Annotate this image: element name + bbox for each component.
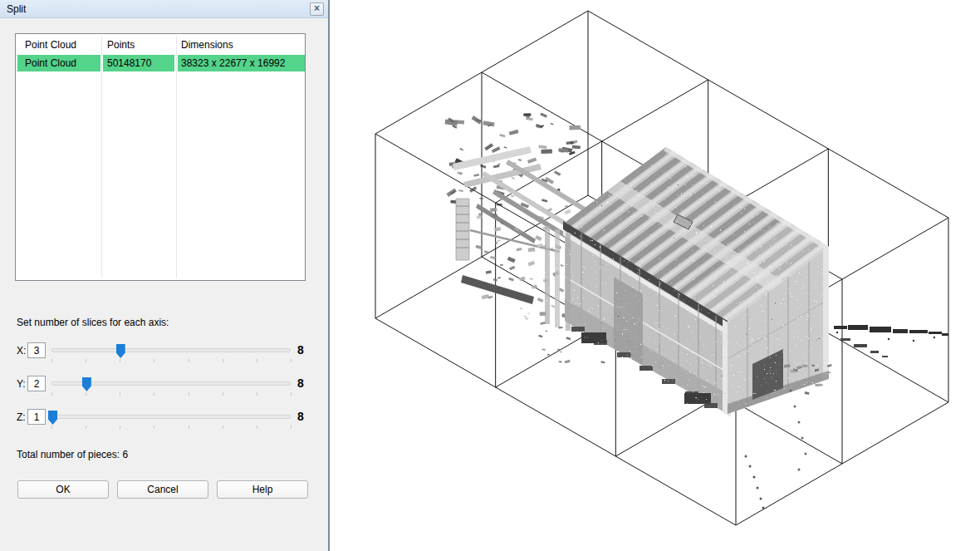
close-button[interactable]: × [310,2,324,16]
help-button[interactable]: Help [217,480,308,499]
dialog-title: Split [7,3,26,15]
slider-tick [154,426,154,429]
y-slider-track[interactable] [51,381,291,386]
cell-point-cloud-name[interactable]: Point Cloud [17,55,100,71]
dialog-content: Point Cloud Points Dimensions Point Clou… [0,18,328,551]
cell-points-count[interactable]: 50148170 [103,55,174,71]
y-slider-ticks [51,392,291,396]
x-slider-ticks [51,359,291,363]
slider-tick [86,359,86,362]
slider-tick [291,392,292,396]
slider-tick [257,426,257,429]
column-header-points[interactable]: Points [103,34,175,54]
column-separator [176,36,177,278]
y-slices-input[interactable] [27,376,46,391]
slider-tick [120,426,120,429]
z-slices-input[interactable] [27,409,46,425]
slider-tick [189,392,189,396]
z-slider-track[interactable] [51,415,291,419]
slider-tick [120,359,120,362]
total-pieces-label: Total number of pieces: 6 [17,449,128,460]
column-header-dimensions[interactable]: Dimensions [178,34,304,54]
slider-tick [86,392,86,396]
y-slider-thumb[interactable] [82,377,91,391]
cell-dimensions[interactable]: 38323 x 22677 x 16992 [178,55,305,71]
z-slider-ticks [51,426,291,430]
x-slices-input[interactable] [27,342,46,358]
slider-tick [51,426,52,429]
z-slider-max-label: 8 [297,410,304,423]
split-dialog: Split × Point Cloud Points Dimensions Po… [0,0,330,551]
axis-label-z: Z: [17,411,26,423]
slider-tick [223,392,223,396]
slider-tick [154,359,154,362]
pointcloud-table: Point Cloud Points Dimensions Point Clou… [15,33,306,281]
slices-heading: Set number of slices for each axis: [17,317,169,328]
3d-viewport[interactable] [330,0,980,551]
pointcloud-scene[interactable] [330,0,980,551]
slider-tick [189,426,189,429]
slider-tick [257,392,257,396]
slider-tick [257,359,257,362]
column-header-point-cloud[interactable]: Point Cloud [17,34,100,54]
slider-row-x: X: 8 [0,342,330,367]
slider-row-y: Y: 8 [0,376,330,401]
x-slider-track[interactable] [51,348,291,352]
ok-button[interactable]: OK [17,480,109,499]
slider-tick [223,359,223,362]
y-slider-max-label: 8 [297,376,304,390]
x-slider-max-label: 8 [297,343,304,357]
slider-tick [223,426,223,429]
pointcloud-render [444,112,948,509]
slider-tick [291,426,292,429]
slider-tick [86,426,86,429]
close-icon: × [314,2,320,14]
dialog-titlebar[interactable]: Split × [0,0,328,18]
slider-tick [51,392,52,396]
column-separator [101,36,102,278]
x-slider-thumb[interactable] [116,344,125,358]
axis-label-x: X: [17,345,26,357]
slider-tick [291,359,292,362]
z-slider-thumb[interactable] [48,411,57,425]
axis-label-y: Y: [17,378,26,390]
slider-row-z: Z: 8 [0,409,330,434]
slider-tick [189,359,189,362]
cancel-button[interactable]: Cancel [117,480,208,499]
slider-tick [154,392,154,396]
slider-tick [120,392,120,396]
slider-tick [51,359,52,362]
